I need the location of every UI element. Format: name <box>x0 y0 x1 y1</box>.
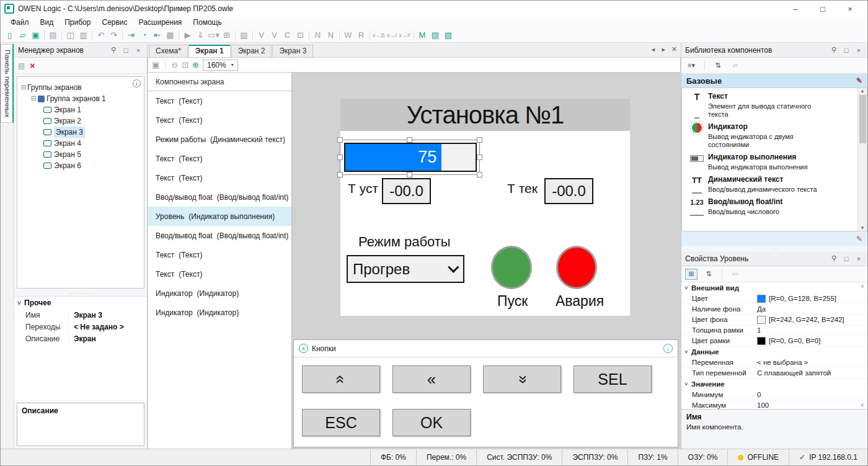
designed-screen[interactable]: Установка №1 75 <box>340 99 630 316</box>
progress-bar-widget[interactable]: 75 <box>344 143 477 172</box>
fb-net-out-icon[interactable]: N <box>324 29 337 42</box>
device-ok-button[interactable]: OK <box>392 409 471 436</box>
run-simulation-icon[interactable]: ▶ <box>181 29 194 42</box>
component-row-text-1[interactable]: Текст(Текст) <box>148 91 291 110</box>
tree-item-screen-1[interactable]: Экран 1 <box>17 104 144 115</box>
device-select-icon[interactable]: ▭▾ <box>207 29 220 42</box>
convert-to-int-icon[interactable]: x→I <box>386 29 399 42</box>
chevron-down-icon[interactable]: ˅ <box>14 300 24 307</box>
device-left-button[interactable]: « <box>392 365 471 393</box>
zoom-fit-icon[interactable]: ⊡ <box>182 60 188 69</box>
fb-block-icon[interactable]: ⊡ <box>294 29 307 42</box>
restore-icon[interactable]: □ <box>818 4 828 14</box>
tree-node-screens-group-1[interactable]: ⊟ Группа экранов 1 <box>17 93 144 104</box>
expander-icon[interactable]: ⊟ <box>30 93 37 104</box>
tree-item-screen-5[interactable]: Экран 5 <box>17 149 144 160</box>
tree-root-screens-groups[interactable]: ⊟ Группы экранов <box>17 82 144 93</box>
start-label-widget[interactable]: Пуск <box>497 293 528 310</box>
component-row-level-selected[interactable]: Уровень(Индикатор выполнения) <box>148 207 291 226</box>
library-group-collapsed[interactable]: ✎ <box>681 231 867 246</box>
variables-panel-tab[interactable]: Панель переменных <box>1 44 14 123</box>
tab-schema[interactable]: Схема* <box>149 45 188 57</box>
tab-screen-2[interactable]: Экран 2 <box>231 45 272 57</box>
save-project-icon[interactable]: ▣ <box>29 29 42 42</box>
resize-handle[interactable] <box>407 137 412 143</box>
tab-scroll-right-icon[interactable]: ► <box>661 47 666 53</box>
fb-read-icon[interactable]: R <box>355 29 368 42</box>
resize-handle[interactable] <box>337 172 343 177</box>
component-row-text-6[interactable]: Текст(Текст) <box>148 264 291 284</box>
undo-icon[interactable]: ↶ <box>94 29 107 42</box>
category-appearance[interactable]: ˅ Внешний вид <box>681 282 867 293</box>
start-indicator-widget[interactable] <box>491 246 532 289</box>
menu-view[interactable]: Вид <box>35 17 59 27</box>
library-item-indicator[interactable]: Индикатор Вывод индикатора с двумя состо… <box>686 122 857 149</box>
expander-icon[interactable]: ⊟ <box>20 82 27 93</box>
resize-handle[interactable] <box>337 155 343 160</box>
menu-file[interactable]: Файл <box>6 17 34 27</box>
component-row-indicator-1[interactable]: Индикатор(Индикатор) <box>148 284 291 303</box>
close-icon[interactable]: × <box>845 4 855 14</box>
device-esc-button[interactable]: ESC <box>302 409 380 436</box>
tree-item-screen-2[interactable]: Экран 2 <box>17 115 144 127</box>
print-icon[interactable]: ▤ <box>46 29 60 42</box>
zoom-in-icon[interactable]: ⊕ <box>192 60 199 69</box>
resize-handle[interactable] <box>407 172 412 177</box>
fb-input-v1-icon[interactable]: V <box>255 29 268 42</box>
menu-extensions[interactable]: Расширения <box>134 17 187 27</box>
close-panel-icon[interactable]: × <box>133 47 143 54</box>
categorized-view-icon[interactable]: ⊞ <box>685 269 698 280</box>
menu-help[interactable]: Помощь <box>188 17 226 27</box>
device-down-button[interactable]: « <box>483 365 561 393</box>
menu-device[interactable]: Прибор <box>60 17 95 27</box>
scroll-down-icon[interactable]: ▼ <box>860 225 865 231</box>
library-sort-icon[interactable]: ⇅ <box>712 60 724 71</box>
new-project-icon[interactable]: ▯ <box>3 29 16 42</box>
resize-handle[interactable] <box>477 137 482 143</box>
pin-icon[interactable]: ⚲ <box>829 46 839 54</box>
macros-icon[interactable]: ▧ <box>237 29 250 42</box>
component-row-mode[interactable]: Режим работы(Динамический текст) <box>148 130 291 149</box>
properties-scrollbar[interactable]: ∧ ∨ <box>859 282 866 409</box>
library-grouping-icon[interactable]: ≡▾ <box>685 60 698 71</box>
tab-scroll-left-icon[interactable]: ◄ <box>650 47 656 53</box>
collapse-icon[interactable]: ∧ <box>299 344 308 353</box>
write-device-icon[interactable]: ⇓ <box>194 29 207 42</box>
tree-item-screen-4[interactable]: Экран 4 <box>17 138 144 149</box>
component-row-text-5[interactable]: Текст(Текст) <box>148 245 291 264</box>
component-row-io-float-2[interactable]: Ввод/вывод float(Ввод/вывод float/int) <box>148 226 291 245</box>
variables-table-icon[interactable]: ▦ <box>164 29 177 42</box>
component-row-io-float-1[interactable]: Ввод/вывод float(Ввод/вывод float/int) <box>148 187 291 207</box>
mode-label-widget[interactable]: Режим работы <box>358 234 451 250</box>
memory-map-icon[interactable]: ⊞ <box>220 29 233 42</box>
minimize-icon[interactable]: – <box>790 4 800 14</box>
info-icon[interactable]: i <box>663 344 673 353</box>
property-pages-icon[interactable]: ▭ <box>729 269 742 280</box>
screen-title-widget[interactable]: Установка №1 <box>340 99 630 131</box>
zoom-out-icon[interactable]: ⊖ <box>171 60 178 69</box>
mode-dropdown-widget[interactable]: Прогрев <box>347 255 464 283</box>
import-icon[interactable]: ⇥ <box>125 29 138 42</box>
library-item-progress[interactable]: Индикатор выполнения Вывод индикатора вы… <box>686 153 857 171</box>
alarm-label-widget[interactable]: Авария <box>556 293 604 310</box>
screen-table-icon[interactable]: ▤ <box>429 29 442 42</box>
watch-icon[interactable]: ◔ <box>138 29 151 42</box>
tab-close-icon[interactable]: ✕ <box>671 45 677 53</box>
zoom-level-dropdown[interactable]: 160% ▾ <box>203 60 238 71</box>
maximize-panel-icon[interactable]: □ <box>841 255 851 262</box>
tree-item-screen-3[interactable]: Экран 3 <box>17 127 144 138</box>
component-row-indicator-2[interactable]: Индикатор(Индикатор) <box>148 303 291 322</box>
edit-group-icon[interactable]: ✎ <box>856 76 862 85</box>
convert-to-bool-icon[interactable]: x→B <box>372 29 386 42</box>
tree-info-icon[interactable]: i <box>133 79 141 87</box>
library-group-basic[interactable]: Базовые ✎ <box>681 74 867 87</box>
scroll-thumb[interactable] <box>859 95 866 143</box>
close-panel-icon[interactable]: × <box>854 47 864 54</box>
t-set-value-widget[interactable]: -00.0 <box>382 178 431 204</box>
library-scrollbar[interactable]: ▲ ▼ <box>857 88 867 231</box>
component-row-text-4[interactable]: Текст(Текст) <box>148 168 291 187</box>
library-item-io-float[interactable]: 1.23 Ввод/вывод float/int Ввод/вывод чис… <box>686 197 857 216</box>
paste-icon[interactable]: ▥ <box>77 29 90 42</box>
save-screen-icon[interactable]: ▣ <box>152 60 159 69</box>
pin-icon[interactable]: ⚲ <box>829 254 839 262</box>
